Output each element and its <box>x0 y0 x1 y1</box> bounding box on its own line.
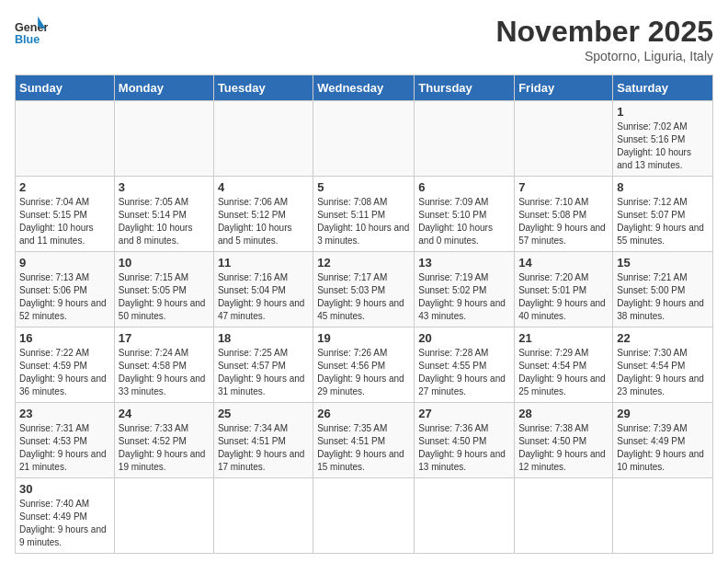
calendar-cell: 20Sunrise: 7:28 AM Sunset: 4:55 PM Dayli… <box>415 327 515 403</box>
day-number: 25 <box>218 407 309 420</box>
day-info: Sunrise: 7:16 AM Sunset: 5:04 PM Dayligh… <box>218 271 309 323</box>
calendar-cell <box>114 478 213 554</box>
weekday-header-wednesday: Wednesday <box>313 75 415 101</box>
calendar-cell: 27Sunrise: 7:36 AM Sunset: 4:50 PM Dayli… <box>415 403 515 478</box>
day-number: 8 <box>617 180 709 194</box>
day-number: 5 <box>317 180 410 194</box>
day-info: Sunrise: 7:06 AM Sunset: 5:12 PM Dayligh… <box>218 196 309 247</box>
day-number: 23 <box>19 407 110 420</box>
calendar-cell: 21Sunrise: 7:29 AM Sunset: 4:54 PM Dayli… <box>515 327 613 403</box>
day-info: Sunrise: 7:40 AM Sunset: 4:49 PM Dayligh… <box>19 498 110 549</box>
day-number: 9 <box>19 256 110 270</box>
day-info: Sunrise: 7:05 AM Sunset: 5:14 PM Dayligh… <box>119 196 210 247</box>
day-info: Sunrise: 7:13 AM Sunset: 5:06 PM Dayligh… <box>19 271 110 323</box>
day-info: Sunrise: 7:04 AM Sunset: 5:15 PM Dayligh… <box>19 196 110 247</box>
day-info: Sunrise: 7:34 AM Sunset: 4:51 PM Dayligh… <box>218 422 309 474</box>
day-info: Sunrise: 7:24 AM Sunset: 4:58 PM Dayligh… <box>119 347 210 398</box>
logo-icon: General Blue <box>15 15 48 48</box>
day-info: Sunrise: 7:26 AM Sunset: 4:56 PM Dayligh… <box>317 347 410 398</box>
day-number: 10 <box>119 256 210 270</box>
day-info: Sunrise: 7:08 AM Sunset: 5:11 PM Dayligh… <box>317 196 410 247</box>
calendar-cell: 15Sunrise: 7:21 AM Sunset: 5:00 PM Dayli… <box>613 252 713 327</box>
calendar-cell: 25Sunrise: 7:34 AM Sunset: 4:51 PM Dayli… <box>213 403 313 478</box>
calendar-cell: 9Sunrise: 7:13 AM Sunset: 5:06 PM Daylig… <box>16 252 115 327</box>
calendar-cell: 26Sunrise: 7:35 AM Sunset: 4:51 PM Dayli… <box>313 403 415 478</box>
day-number: 29 <box>617 407 709 420</box>
day-info: Sunrise: 7:02 AM Sunset: 5:16 PM Dayligh… <box>617 121 709 172</box>
weekday-header-monday: Monday <box>114 75 213 101</box>
day-info: Sunrise: 7:29 AM Sunset: 4:54 PM Dayligh… <box>518 347 609 398</box>
day-number: 3 <box>119 180 210 194</box>
weekday-header-thursday: Thursday <box>415 75 515 101</box>
calendar-cell: 5Sunrise: 7:08 AM Sunset: 5:11 PM Daylig… <box>313 177 415 252</box>
day-number: 16 <box>19 331 110 345</box>
day-info: Sunrise: 7:19 AM Sunset: 5:02 PM Dayligh… <box>418 271 510 323</box>
calendar-cell: 7Sunrise: 7:10 AM Sunset: 5:08 PM Daylig… <box>515 177 613 252</box>
calendar-cell <box>313 478 415 554</box>
day-number: 4 <box>218 180 309 194</box>
day-number: 30 <box>19 482 110 496</box>
day-info: Sunrise: 7:38 AM Sunset: 4:50 PM Dayligh… <box>518 422 609 474</box>
calendar-cell: 8Sunrise: 7:12 AM Sunset: 5:07 PM Daylig… <box>613 177 713 252</box>
weekday-header-saturday: Saturday <box>613 75 713 101</box>
page-header: General Blue November 2025 Spotorno, Lig… <box>15 15 713 63</box>
day-number: 27 <box>418 407 510 420</box>
calendar-cell: 23Sunrise: 7:31 AM Sunset: 4:53 PM Dayli… <box>16 403 115 478</box>
subtitle: Spotorno, Liguria, Italy <box>495 49 713 63</box>
day-info: Sunrise: 7:39 AM Sunset: 4:49 PM Dayligh… <box>617 422 709 474</box>
calendar-week-6: 30Sunrise: 7:40 AM Sunset: 4:49 PM Dayli… <box>16 478 713 554</box>
calendar-week-3: 9Sunrise: 7:13 AM Sunset: 5:06 PM Daylig… <box>16 252 713 327</box>
calendar-cell <box>415 101 515 177</box>
day-info: Sunrise: 7:09 AM Sunset: 5:10 PM Dayligh… <box>418 196 510 247</box>
svg-text:Blue: Blue <box>15 33 40 46</box>
calendar-cell: 30Sunrise: 7:40 AM Sunset: 4:49 PM Dayli… <box>16 478 115 554</box>
calendar-cell <box>213 478 313 554</box>
calendar-cell <box>213 101 313 177</box>
calendar-cell <box>515 101 613 177</box>
day-info: Sunrise: 7:12 AM Sunset: 5:07 PM Dayligh… <box>617 196 709 247</box>
calendar-cell: 28Sunrise: 7:38 AM Sunset: 4:50 PM Dayli… <box>515 403 613 478</box>
day-number: 18 <box>218 331 309 345</box>
calendar-week-1: 1Sunrise: 7:02 AM Sunset: 5:16 PM Daylig… <box>16 101 713 177</box>
calendar-cell: 16Sunrise: 7:22 AM Sunset: 4:59 PM Dayli… <box>16 327 115 403</box>
day-info: Sunrise: 7:17 AM Sunset: 5:03 PM Dayligh… <box>317 271 410 323</box>
day-number: 2 <box>19 180 110 194</box>
day-number: 28 <box>518 407 609 420</box>
day-number: 7 <box>518 180 609 194</box>
calendar-cell <box>114 101 213 177</box>
day-info: Sunrise: 7:30 AM Sunset: 4:54 PM Dayligh… <box>617 347 709 398</box>
calendar-cell: 1Sunrise: 7:02 AM Sunset: 5:16 PM Daylig… <box>613 101 713 177</box>
day-number: 11 <box>218 256 309 270</box>
logo: General Blue <box>15 15 48 48</box>
calendar-cell: 14Sunrise: 7:20 AM Sunset: 5:01 PM Dayli… <box>515 252 613 327</box>
day-number: 6 <box>418 180 510 194</box>
calendar-cell: 29Sunrise: 7:39 AM Sunset: 4:49 PM Dayli… <box>613 403 713 478</box>
calendar-cell: 17Sunrise: 7:24 AM Sunset: 4:58 PM Dayli… <box>114 327 213 403</box>
day-number: 15 <box>617 256 709 270</box>
day-info: Sunrise: 7:25 AM Sunset: 4:57 PM Dayligh… <box>218 347 309 398</box>
day-number: 12 <box>317 256 410 270</box>
calendar-cell: 4Sunrise: 7:06 AM Sunset: 5:12 PM Daylig… <box>213 177 313 252</box>
calendar-cell: 22Sunrise: 7:30 AM Sunset: 4:54 PM Dayli… <box>613 327 713 403</box>
day-info: Sunrise: 7:28 AM Sunset: 4:55 PM Dayligh… <box>418 347 510 398</box>
calendar-cell <box>415 478 515 554</box>
day-info: Sunrise: 7:35 AM Sunset: 4:51 PM Dayligh… <box>317 422 410 474</box>
day-number: 26 <box>317 407 410 420</box>
calendar-cell <box>613 478 713 554</box>
day-number: 17 <box>119 331 210 345</box>
day-number: 14 <box>518 256 609 270</box>
title-block: November 2025 Spotorno, Liguria, Italy <box>495 15 713 63</box>
calendar-week-4: 16Sunrise: 7:22 AM Sunset: 4:59 PM Dayli… <box>16 327 713 403</box>
calendar-week-5: 23Sunrise: 7:31 AM Sunset: 4:53 PM Dayli… <box>16 403 713 478</box>
day-info: Sunrise: 7:31 AM Sunset: 4:53 PM Dayligh… <box>19 422 110 474</box>
calendar-cell: 11Sunrise: 7:16 AM Sunset: 5:04 PM Dayli… <box>213 252 313 327</box>
calendar-cell: 13Sunrise: 7:19 AM Sunset: 5:02 PM Dayli… <box>415 252 515 327</box>
day-number: 24 <box>119 407 210 420</box>
calendar-cell: 10Sunrise: 7:15 AM Sunset: 5:05 PM Dayli… <box>114 252 213 327</box>
calendar-table: SundayMondayTuesdayWednesdayThursdayFrid… <box>15 75 713 554</box>
day-info: Sunrise: 7:20 AM Sunset: 5:01 PM Dayligh… <box>518 271 609 323</box>
calendar-cell: 19Sunrise: 7:26 AM Sunset: 4:56 PM Dayli… <box>313 327 415 403</box>
day-info: Sunrise: 7:15 AM Sunset: 5:05 PM Dayligh… <box>119 271 210 323</box>
day-number: 22 <box>617 331 709 345</box>
calendar-cell: 12Sunrise: 7:17 AM Sunset: 5:03 PM Dayli… <box>313 252 415 327</box>
